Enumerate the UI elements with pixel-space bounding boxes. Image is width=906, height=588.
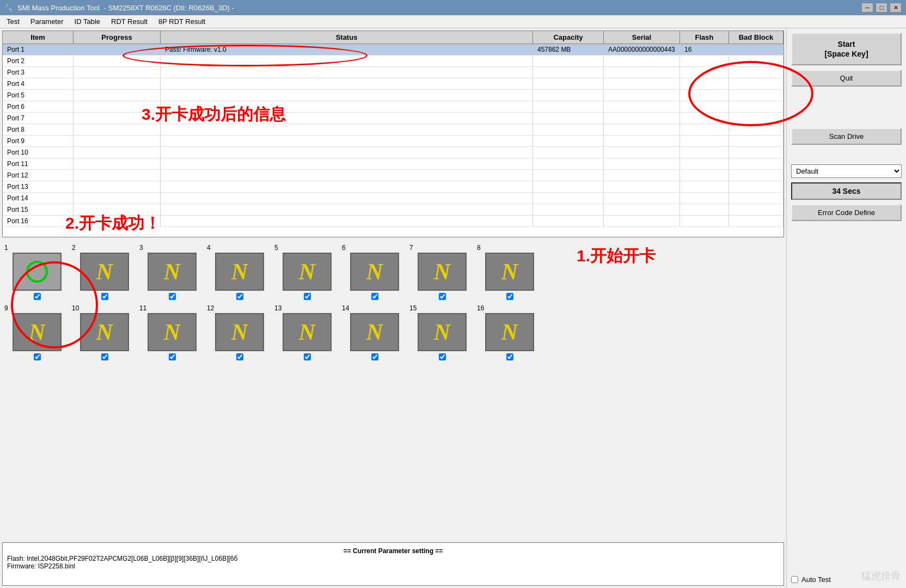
port-checkbox-9[interactable] bbox=[34, 353, 41, 360]
menu-rdt-result[interactable]: RDT Result bbox=[107, 16, 152, 27]
table-row[interactable]: Port 12 bbox=[3, 170, 783, 181]
parameter-panel: == Current Parameter setting == Flash: I… bbox=[2, 542, 784, 586]
table-row[interactable]: Port 10 bbox=[3, 147, 783, 158]
port-icon-7[interactable]: N bbox=[418, 253, 467, 291]
port-icon-16[interactable]: N bbox=[485, 313, 534, 351]
table-row[interactable]: Port 5 bbox=[3, 90, 783, 101]
port-checkbox-6[interactable] bbox=[371, 293, 378, 300]
td-item: Port 6 bbox=[3, 101, 74, 112]
table-row[interactable]: Port 16 bbox=[3, 216, 783, 227]
td-status bbox=[161, 78, 533, 89]
minimize-button[interactable]: ─ bbox=[861, 3, 873, 13]
td-item: Port 15 bbox=[3, 204, 74, 215]
port-checkbox-8[interactable] bbox=[506, 293, 513, 300]
td-progress bbox=[74, 216, 161, 226]
td-progress bbox=[74, 113, 161, 124]
title-bar: 🔧 SMI Mass Production Tool - SM2258XT R0… bbox=[0, 0, 906, 15]
td-flash bbox=[680, 90, 729, 101]
table-row[interactable]: Port 13 bbox=[3, 181, 783, 193]
port-num-7: 7 bbox=[409, 244, 413, 252]
port-num-14: 14 bbox=[342, 304, 349, 312]
td-serial bbox=[604, 170, 680, 181]
td-item: Port 2 bbox=[3, 56, 74, 66]
port-row-top: 12N3N4N5N6N7N8N bbox=[4, 244, 782, 300]
port-icon-5[interactable]: N bbox=[283, 253, 332, 291]
table-row[interactable]: Port 7 bbox=[3, 113, 783, 124]
port-n-icon: N bbox=[96, 319, 113, 345]
port-checkbox-11[interactable] bbox=[169, 353, 176, 360]
table-row[interactable]: Port 1Pass! Firmware: v1.0457862 MBAA000… bbox=[3, 44, 783, 56]
port-icon-12[interactable]: N bbox=[215, 313, 264, 351]
port-checkbox-12[interactable] bbox=[236, 353, 243, 360]
scan-drive-button[interactable]: Scan Drive bbox=[791, 128, 902, 145]
table-row[interactable]: Port 3 bbox=[3, 67, 783, 78]
port-checkbox-10[interactable] bbox=[101, 353, 108, 360]
port-icon-8[interactable]: N bbox=[485, 253, 534, 291]
port-checkbox-4[interactable] bbox=[236, 293, 243, 300]
port-icon-3[interactable]: N bbox=[148, 253, 197, 291]
menu-parameter[interactable]: Parameter bbox=[26, 16, 68, 27]
table-row[interactable]: Port 6 bbox=[3, 101, 783, 113]
menu-test[interactable]: Test bbox=[2, 16, 24, 27]
table-row[interactable]: Port 2 bbox=[3, 56, 783, 67]
port-item-1: 1 bbox=[4, 244, 70, 300]
table-row[interactable]: Port 14 bbox=[3, 193, 783, 204]
port-checkbox-16[interactable] bbox=[506, 353, 513, 360]
port-checkbox-5[interactable] bbox=[304, 293, 311, 300]
port-item-13: 13N bbox=[274, 304, 340, 360]
port-n-icon: N bbox=[299, 319, 315, 345]
td-progress bbox=[74, 44, 161, 55]
td-flash bbox=[680, 193, 729, 204]
port-n-icon: N bbox=[434, 259, 450, 285]
quit-button[interactable]: Quit bbox=[791, 70, 902, 87]
table-row[interactable]: Port 8 bbox=[3, 124, 783, 136]
td-progress bbox=[74, 90, 161, 101]
td-badBlock bbox=[729, 44, 783, 55]
port-icon-1[interactable] bbox=[13, 253, 62, 291]
error-code-button[interactable]: Error Code Define bbox=[791, 204, 902, 221]
port-item-12: 12N bbox=[207, 304, 272, 360]
port-grid-section: 1.开始开卡 12N3N4N5N6N7N8N 9N10N11N12N13N14N… bbox=[0, 240, 786, 540]
port-icon-11[interactable]: N bbox=[148, 313, 197, 351]
port-checkbox-1[interactable] bbox=[34, 293, 41, 300]
maximize-button[interactable]: □ bbox=[876, 3, 887, 13]
port-checkbox-7[interactable] bbox=[439, 293, 446, 300]
table-row[interactable]: Port 4 bbox=[3, 78, 783, 90]
port-icon-13[interactable]: N bbox=[283, 313, 332, 351]
port-icon-9[interactable]: N bbox=[13, 313, 62, 351]
port-item-2: 2N bbox=[72, 244, 137, 300]
port-n-icon: N bbox=[164, 259, 180, 285]
port-icon-6[interactable]: N bbox=[350, 253, 399, 291]
td-flash bbox=[680, 78, 729, 89]
port-checkbox-3[interactable] bbox=[169, 293, 176, 300]
port-icon-14[interactable]: N bbox=[350, 313, 399, 351]
td-status bbox=[161, 158, 533, 169]
td-progress bbox=[74, 56, 161, 66]
table-row[interactable]: Port 11 bbox=[3, 158, 783, 170]
td-capacity bbox=[533, 113, 604, 124]
start-button[interactable]: Start[Space Key] bbox=[791, 33, 902, 65]
td-flash bbox=[680, 113, 729, 124]
port-icon-10[interactable]: N bbox=[80, 313, 129, 351]
port-icon-15[interactable]: N bbox=[418, 313, 467, 351]
port-icon-4[interactable]: N bbox=[215, 253, 264, 291]
td-item: Port 9 bbox=[3, 136, 74, 146]
td-serial bbox=[604, 124, 680, 135]
td-serial bbox=[604, 204, 680, 215]
td-badBlock bbox=[729, 124, 783, 135]
port-checkbox-13[interactable] bbox=[304, 353, 311, 360]
menu-8p-rdt-result[interactable]: 8P RDT Result bbox=[154, 16, 210, 27]
auto-test-checkbox[interactable] bbox=[791, 576, 798, 583]
profile-dropdown[interactable]: Default bbox=[791, 164, 902, 178]
port-checkbox-2[interactable] bbox=[101, 293, 108, 300]
table-row[interactable]: Port 15 bbox=[3, 204, 783, 216]
td-capacity bbox=[533, 56, 604, 66]
menu-id-table[interactable]: ID Table bbox=[70, 16, 105, 27]
td-capacity bbox=[533, 193, 604, 204]
port-checkbox-14[interactable] bbox=[371, 353, 378, 360]
td-capacity bbox=[533, 204, 604, 215]
port-checkbox-15[interactable] bbox=[439, 353, 446, 360]
port-icon-2[interactable]: N bbox=[80, 253, 129, 291]
table-row[interactable]: Port 9 bbox=[3, 136, 783, 147]
close-button[interactable]: ✕ bbox=[890, 3, 902, 13]
